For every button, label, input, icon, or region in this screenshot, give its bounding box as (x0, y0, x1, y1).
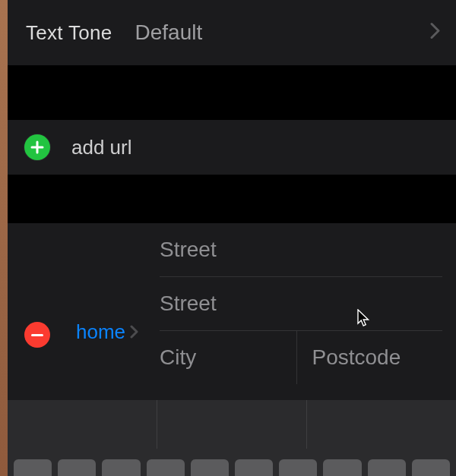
candidate-segment[interactable] (307, 400, 456, 449)
keyboard-key[interactable] (147, 459, 185, 476)
keyboard-key[interactable] (235, 459, 273, 476)
keyboard-key[interactable] (412, 459, 450, 476)
keyboard-key[interactable] (279, 459, 317, 476)
keyboard-key[interactable] (14, 459, 52, 476)
keyboard-key[interactable] (368, 459, 406, 476)
address-type-label: home (76, 320, 125, 344)
candidate-bar[interactable] (8, 400, 456, 449)
keyboard-keys[interactable] (14, 459, 450, 476)
chevron-right-icon (430, 21, 441, 45)
text-tone-label: Text Tone (26, 21, 112, 45)
chevron-right-icon (130, 320, 139, 344)
city-field[interactable]: City (160, 331, 297, 384)
street2-field[interactable]: Street (160, 277, 442, 331)
add-icon[interactable] (24, 134, 50, 160)
postcode-placeholder: Postcode (312, 345, 401, 370)
add-url-row[interactable]: add url (8, 120, 456, 175)
street1-field[interactable]: Street (160, 223, 442, 277)
text-tone-row[interactable]: Text Tone Default (8, 0, 456, 65)
candidate-segment[interactable] (157, 400, 307, 449)
candidate-segment[interactable] (8, 400, 157, 449)
remove-icon[interactable] (24, 322, 50, 348)
keyboard-key[interactable] (191, 459, 229, 476)
address-type-button[interactable]: home (76, 320, 139, 344)
city-placeholder: City (160, 345, 196, 370)
add-url-label: add url (71, 136, 132, 159)
keyboard-key[interactable] (102, 459, 140, 476)
street2-placeholder: Street (160, 292, 217, 316)
street1-placeholder: Street (160, 238, 217, 262)
keyboard-key[interactable] (323, 459, 361, 476)
text-tone-value: Default (135, 20, 203, 45)
keyboard-area (8, 400, 456, 476)
postcode-field[interactable]: Postcode (297, 331, 443, 384)
keyboard-key[interactable] (58, 459, 96, 476)
